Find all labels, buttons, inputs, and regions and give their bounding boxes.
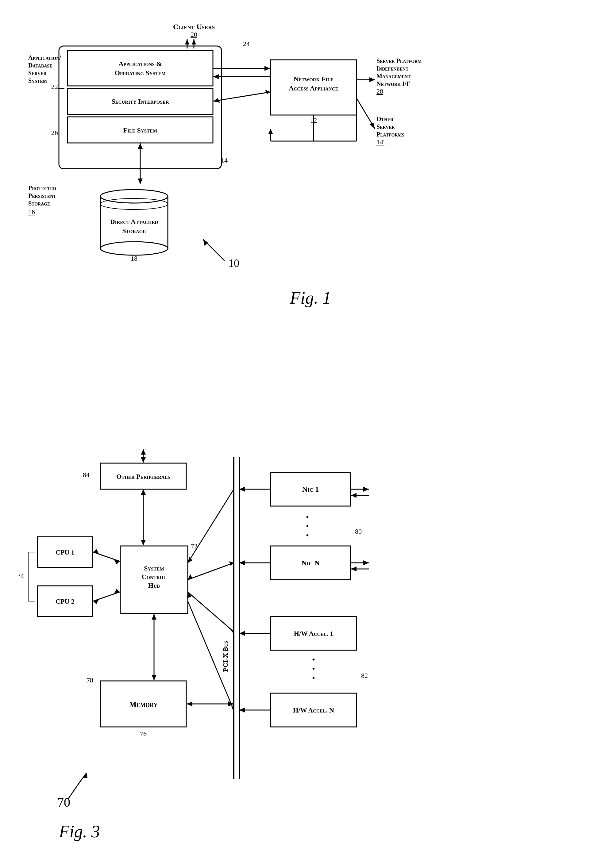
ref-14prime: 14' — [377, 138, 384, 146]
svg-marker-7 — [265, 66, 270, 71]
nic-dots: • — [306, 512, 309, 522]
svg-marker-60 — [239, 487, 245, 492]
ref-24: 24 — [243, 40, 250, 47]
client-users-ref: 20 — [191, 31, 197, 38]
hub-label3: Hub — [148, 582, 160, 589]
figure-1-container: Client Users 20 24 Applications & Operat… — [19, 12, 571, 411]
nfaa-label1: Network File — [294, 75, 334, 83]
svg-marker-3 — [185, 39, 189, 44]
ref-18: 18 — [131, 255, 138, 262]
svg-marker-30 — [141, 449, 146, 455]
ref-26: 26 — [51, 129, 58, 136]
ref-14: 14 — [221, 156, 228, 164]
other-server-label1: Other — [377, 116, 393, 123]
storage-drum-top — [101, 190, 168, 203]
protected-storage-label1: Protected — [28, 185, 56, 191]
client-users-label: Client Users — [173, 23, 214, 31]
protected-storage-label3: Storage — [28, 200, 50, 207]
svg-marker-1 — [192, 39, 196, 44]
hub-label2: Control — [142, 573, 166, 581]
server-platform-label1: Server Platform — [377, 58, 421, 64]
svg-marker-68 — [363, 560, 369, 565]
server-platform-label2: Independent — [377, 65, 409, 72]
svg-marker-50 — [188, 557, 192, 563]
apps-os-label2: Operating System — [114, 69, 166, 77]
ref-74: 74 — [19, 572, 24, 580]
nfaa-label2: Access Appliance — [289, 84, 338, 92]
figure-1-svg: Client Users 20 24 Applications & Operat… — [19, 12, 571, 411]
fig1-label: Fig. 1 — [290, 288, 331, 307]
svg-marker-31 — [141, 457, 146, 462]
svg-marker-33 — [141, 540, 146, 545]
svg-line-54 — [188, 592, 234, 632]
nicn-label: Nic N — [301, 559, 320, 567]
apps-os-box — [68, 50, 213, 86]
ref-78: 78 — [87, 676, 93, 684]
pci-bus-label: PCI-X Bus — [222, 641, 229, 672]
nic-dots2: • — [306, 521, 309, 531]
ref-82: 82 — [361, 672, 368, 679]
svg-marker-27 — [203, 239, 208, 246]
svg-line-49 — [188, 489, 234, 563]
svg-marker-70 — [351, 567, 356, 571]
other-peripherals-label: Other Peripherals — [116, 472, 170, 480]
protected-storage-label2: Persistent — [28, 192, 56, 199]
cpu1-label: CPU 1 — [56, 548, 75, 556]
das-label1: Direct Attached — [110, 218, 158, 226]
svg-marker-45 — [152, 675, 157, 680]
hw-dots3: • — [312, 673, 315, 683]
svg-marker-19 — [138, 143, 143, 149]
svg-marker-53 — [229, 561, 234, 566]
figure-3-svg: 84 Other Peripherals System Control Hub … — [19, 442, 571, 856]
svg-marker-18 — [138, 179, 143, 184]
nic-dots3: • — [306, 531, 309, 540]
svg-marker-64 — [351, 493, 356, 498]
app-db-label1: Application/ — [28, 54, 61, 61]
fig3-label: Fig. 3 — [59, 822, 100, 841]
ref-70: 70 — [58, 795, 70, 809]
nic1-label: Nic 1 — [302, 485, 318, 493]
svg-line-41 — [93, 592, 120, 601]
svg-marker-76 — [228, 701, 234, 706]
svg-marker-52 — [188, 574, 192, 580]
other-server-label2: Server — [377, 123, 395, 130]
app-db-label4: System — [28, 77, 47, 84]
svg-marker-77 — [187, 701, 192, 706]
apps-os-label: Applications & — [118, 60, 162, 68]
svg-marker-62 — [363, 487, 369, 492]
svg-line-51 — [188, 563, 234, 580]
filesystem-label: File System — [123, 126, 157, 134]
svg-marker-34 — [141, 489, 146, 495]
ref-76: 76 — [140, 730, 146, 738]
cpu2-label: CPU 2 — [56, 598, 75, 605]
svg-marker-14 — [370, 77, 375, 82]
security-label: Security Interposer — [111, 97, 169, 105]
svg-marker-12 — [265, 90, 270, 94]
svg-marker-46 — [152, 614, 157, 620]
hw-dots1: • — [312, 655, 315, 664]
page: Client Users 20 24 Applications & Operat… — [0, 0, 590, 868]
ref-80: 80 — [355, 527, 362, 535]
memory-label: Memory — [129, 700, 157, 709]
server-platform-label4: Network I/F — [377, 80, 410, 87]
ref-28: 28 — [377, 87, 383, 95]
svg-marker-24 — [268, 129, 273, 134]
hw-accel1-label: H/W Accel. 1 — [294, 630, 333, 637]
svg-marker-72 — [239, 631, 245, 636]
hw-acceln-label: H/W Accel. N — [293, 706, 334, 714]
app-db-label3: Server — [28, 69, 47, 76]
ref-22: 22 — [51, 83, 58, 90]
svg-marker-16 — [370, 123, 375, 129]
das-label2: Storage — [122, 227, 146, 235]
svg-marker-78 — [83, 773, 87, 778]
ref-10: 10 — [228, 257, 239, 269]
storage-drum-bottom — [101, 242, 168, 255]
hw-dots2: • — [312, 664, 315, 673]
ref-84: 84 — [83, 471, 90, 478]
svg-marker-66 — [239, 560, 245, 565]
app-db-label2: Database — [28, 62, 52, 69]
svg-line-38 — [93, 552, 120, 561]
other-server-label3: Platforms — [377, 131, 404, 138]
server-platform-label3: Management — [377, 73, 411, 80]
ref-16: 16 — [28, 208, 35, 216]
